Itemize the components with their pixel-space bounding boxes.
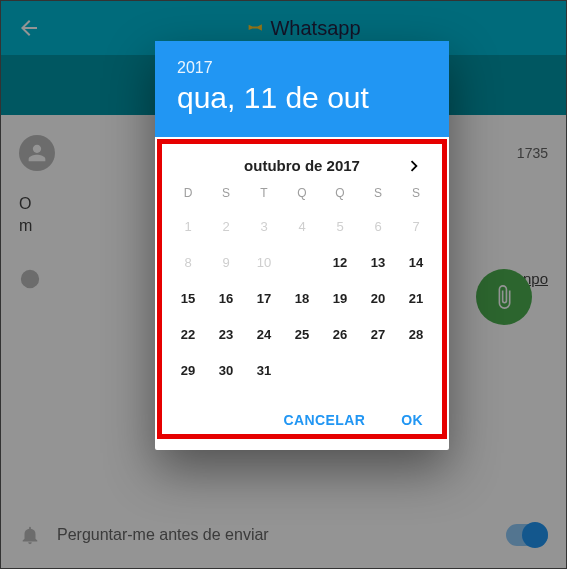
calendar-day[interactable]: 22 [169, 316, 207, 352]
calendar-day[interactable]: 17 [245, 280, 283, 316]
calendar-day[interactable]: 25 [283, 316, 321, 352]
dow: T [245, 186, 283, 200]
calendar-week: 15161718192021 [169, 280, 435, 316]
calendar-day[interactable]: 19 [321, 280, 359, 316]
calendar-day[interactable]: 12 [321, 244, 359, 280]
chevron-right-icon [403, 155, 425, 177]
calendar-day: 10 [245, 244, 283, 280]
dow: S [359, 186, 397, 200]
date-picker-dialog: 2017 qua, 11 de out outubro de 2017 D S … [155, 41, 449, 450]
calendar-day[interactable]: 29 [169, 352, 207, 388]
calendar-day: 2 [207, 208, 245, 244]
calendar-day: 8 [169, 244, 207, 280]
calendar-day: 4 [283, 208, 321, 244]
calendar-week: 293031 [169, 352, 435, 388]
day-of-week-row: D S T Q Q S S [169, 182, 435, 208]
calendar-day[interactable]: 15 [169, 280, 207, 316]
calendar-day-empty [283, 352, 321, 388]
calendar-week: 22232425262728 [169, 316, 435, 352]
cancel-button[interactable]: CANCELAR [279, 406, 369, 434]
ok-button[interactable]: OK [397, 406, 427, 434]
header-date[interactable]: qua, 11 de out [177, 81, 427, 115]
month-nav: outubro de 2017 [169, 147, 435, 182]
dow: Q [283, 186, 321, 200]
header-year[interactable]: 2017 [177, 59, 427, 77]
calendar-week: 891011121314 [169, 244, 435, 280]
calendar-day[interactable]: 13 [359, 244, 397, 280]
calendar-day[interactable]: 31 [245, 352, 283, 388]
calendar-grid: 1234567891011121314151617181920212223242… [169, 208, 435, 388]
calendar-week: 1234567 [169, 208, 435, 244]
calendar-day: 7 [397, 208, 435, 244]
calendar-day[interactable]: 24 [245, 316, 283, 352]
dow: S [397, 186, 435, 200]
calendar-day[interactable]: 23 [207, 316, 245, 352]
dow: S [207, 186, 245, 200]
dow: D [169, 186, 207, 200]
calendar-day[interactable]: 21 [397, 280, 435, 316]
calendar-day: 9 [207, 244, 245, 280]
calendar-day-empty [359, 352, 397, 388]
calendar-body: outubro de 2017 D S T Q Q S S 1234567891… [155, 137, 449, 392]
dow: Q [321, 186, 359, 200]
calendar-day: 6 [359, 208, 397, 244]
calendar-day: 5 [321, 208, 359, 244]
dialog-actions: CANCELAR OK [155, 392, 449, 450]
calendar-day[interactable]: 20 [359, 280, 397, 316]
next-month-button[interactable] [403, 155, 425, 177]
calendar-day-empty [397, 352, 435, 388]
calendar-day[interactable]: 14 [397, 244, 435, 280]
calendar-day[interactable]: 27 [359, 316, 397, 352]
calendar-day-empty [321, 352, 359, 388]
calendar-day: 3 [245, 208, 283, 244]
calendar-day[interactable]: 16 [207, 280, 245, 316]
calendar-day[interactable]: 26 [321, 316, 359, 352]
month-label: outubro de 2017 [244, 157, 360, 174]
calendar-day[interactable]: 28 [397, 316, 435, 352]
calendar-day[interactable]: 18 [283, 280, 321, 316]
calendar-day-selected[interactable]: 11 [283, 244, 321, 280]
calendar-day[interactable]: 30 [207, 352, 245, 388]
calendar-day: 1 [169, 208, 207, 244]
dialog-header: 2017 qua, 11 de out [155, 41, 449, 137]
